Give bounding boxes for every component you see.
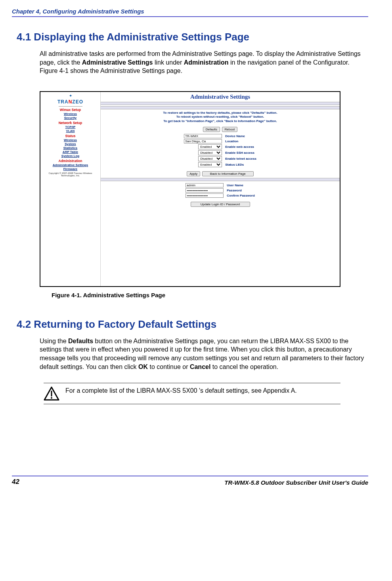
telnet-access-select[interactable]: Disabled (198, 156, 222, 161)
confirm-password-label: Confirm Password (225, 193, 256, 198)
note-text: For a complete list of the LIBRA MAX-SS … (65, 386, 297, 395)
nav-cat-wimax: Wimax Setup (42, 108, 99, 112)
status-leds-label: Status LEDs (224, 162, 258, 168)
section-4-2-heading: 4.2 Returning to Factory Default Setting… (17, 318, 368, 331)
defaults-button[interactable]: Defaults (203, 127, 220, 132)
device-name-input[interactable] (184, 134, 222, 138)
tranzeo-logo-text: TRANZEO (42, 98, 99, 105)
nav-cat-status: Status (42, 134, 99, 138)
page-footer: 42 TR-WMX-5.8 Outdoor Subscriber Unit Us… (12, 476, 368, 486)
confirm-password-input[interactable] (185, 193, 224, 198)
nav-link-tcpip[interactable]: TCP/IP (42, 125, 99, 129)
device-name-label: Device Name (224, 134, 258, 139)
apply-button[interactable]: Apply (187, 171, 200, 176)
nav-cat-network: Network Setup (42, 121, 99, 125)
svg-point-2 (51, 397, 52, 399)
nav-link-system-log[interactable]: System Log (42, 154, 99, 158)
web-access-label: Enable web access (224, 144, 258, 150)
password-label: Password (225, 188, 256, 193)
ssh-access-label: Enable SSH access (224, 150, 258, 156)
note-callout: For a complete list of the LIBRA MAX-SS … (44, 383, 340, 404)
nav-cat-administration: Administration (42, 159, 99, 163)
nav-link-system[interactable]: System (42, 142, 99, 146)
sidebar-copyright: Copyright © 2007-2008 Tranzeo Wireless T… (42, 172, 99, 177)
password-input[interactable] (185, 188, 224, 193)
page-number: 42 (12, 478, 19, 486)
user-name-input[interactable] (185, 183, 224, 187)
device-settings-form: Device Name Location Enabled Enable web … (182, 134, 258, 168)
status-leds-select[interactable]: Enabled (198, 162, 222, 167)
login-credentials-form: User Name Password Confirm Password (184, 183, 256, 198)
section-4-1-heading: 4.1 Displaying the Administrative Settin… (17, 31, 368, 43)
reboot-button[interactable]: Reboot (222, 127, 238, 132)
telnet-access-label: Enable telnet access (224, 156, 258, 162)
configurator-main-panel: Administrative Settings To restore all s… (101, 92, 340, 286)
nav-link-wireless-status[interactable]: Wireless (42, 138, 99, 142)
user-name-label: User Name (225, 183, 256, 188)
nav-link-wireless[interactable]: Wireless (42, 112, 99, 116)
nav-link-vlan[interactable]: VLAN (42, 129, 99, 133)
warning-icon (44, 386, 59, 401)
nav-link-security[interactable]: Security (42, 116, 99, 120)
location-input[interactable] (184, 139, 222, 143)
ssh-access-select[interactable]: Disabled (198, 150, 222, 155)
nav-link-firmware[interactable]: Firmware (42, 167, 99, 171)
nav-link-administrative-settings[interactable]: Administrative Settings (42, 163, 99, 167)
nav-link-arp-table[interactable]: ARP Table (42, 150, 99, 154)
update-login-button[interactable]: Update Login ID / Password (191, 202, 250, 207)
header-rule (12, 16, 368, 17)
running-header: Chapter 4, Configuring Administrative Se… (12, 8, 368, 16)
section-4-1-paragraph: All administrative tasks are performed f… (40, 50, 364, 75)
web-access-select[interactable]: Enabled (198, 144, 222, 149)
figure-4-1-screenshot: ✦ TRANZEO Wimax Setup Wireless Security … (40, 91, 340, 287)
configurator-sidebar: ✦ TRANZEO Wimax Setup Wireless Security … (40, 92, 101, 286)
tranzeo-logo-icon: ✦ (42, 94, 99, 98)
footer-guide-title: TR-WMX-5.8 Outdoor Subscriber Unit User'… (224, 479, 368, 486)
nav-link-statistics[interactable]: Statistics (42, 146, 99, 150)
back-to-info-button[interactable]: Back to Information Page (202, 171, 254, 176)
section-4-2-paragraph: Using the Defaults button on the Adminis… (40, 337, 364, 371)
figure-4-1-caption: Figure 4-1. Administrative Settings Page (52, 292, 368, 298)
factory-restore-instructions: To restore all settings to the factory d… (101, 111, 340, 123)
location-label: Location (224, 139, 258, 144)
panel-title: Administrative Settings (101, 92, 340, 102)
